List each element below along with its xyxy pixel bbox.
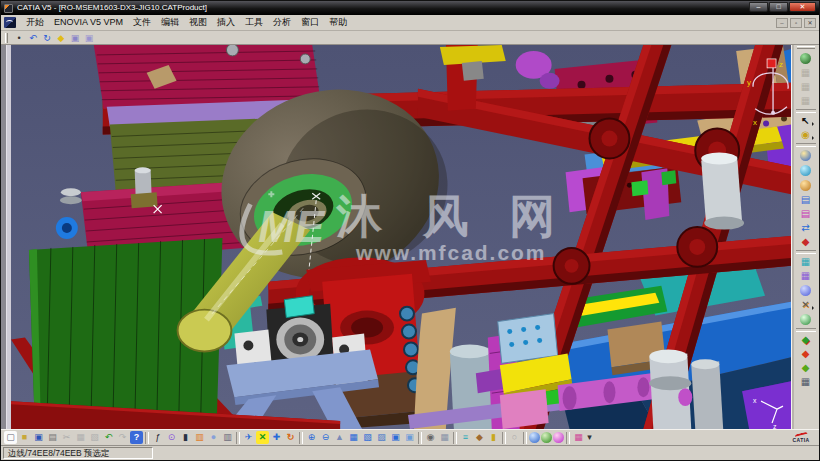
tool-red-icon[interactable]: ◆ bbox=[797, 347, 815, 361]
undo-arrow-icon[interactable]: ↶ bbox=[28, 32, 38, 44]
fit-all-icon[interactable]: ✕ bbox=[256, 431, 269, 444]
look-at-icon[interactable]: ◉ bbox=[797, 128, 815, 142]
measure-item-icon[interactable]: ◆ bbox=[473, 431, 486, 444]
window-title: CATIA V5 - [RO-MSEM1603-DX3-JIG10.CATPro… bbox=[17, 1, 745, 15]
status-bar: 边线/74EE8/74EEB 预选定 bbox=[1, 445, 819, 460]
zoom-out-icon[interactable]: ⊖ bbox=[319, 431, 332, 444]
grid-icon[interactable]: ▦ bbox=[572, 431, 585, 444]
window-dark-icon[interactable]: ▦ bbox=[797, 375, 815, 389]
window-cyan-icon[interactable]: ▦ bbox=[797, 255, 815, 269]
menu-item-文件[interactable]: 文件 bbox=[128, 16, 156, 28]
fly-mode-icon[interactable]: ✈ bbox=[242, 431, 255, 444]
part-red-icon[interactable]: ◆ bbox=[797, 235, 815, 249]
pan-icon[interactable]: ✚ bbox=[270, 431, 283, 444]
axis-z-label: z bbox=[773, 423, 777, 429]
zoom-in-icon[interactable]: ⊕ bbox=[305, 431, 318, 444]
sphere-cyan-icon[interactable]: ● bbox=[800, 165, 811, 176]
menu-item-插入[interactable]: 插入 bbox=[212, 16, 240, 28]
paste-icon[interactable]: ▧ bbox=[88, 431, 101, 444]
doc-close-button[interactable]: ✕ bbox=[804, 18, 816, 28]
render-edges-icon[interactable]: ● bbox=[541, 432, 552, 443]
copy-icon[interactable]: ▦ bbox=[74, 431, 87, 444]
shade-sphere-icon[interactable]: ● bbox=[800, 150, 811, 161]
diamond-icon[interactable]: ◆ bbox=[56, 32, 66, 44]
render-material-icon[interactable]: ● bbox=[553, 432, 564, 443]
help-icon[interactable]: ? bbox=[130, 431, 143, 444]
circle-disabled-icon[interactable]: ○ bbox=[508, 431, 521, 444]
split-view-icon[interactable]: ▥ bbox=[221, 431, 234, 444]
window-disabled-icon-1[interactable]: ▦ bbox=[797, 66, 815, 80]
hide-show-icon[interactable]: ✕ bbox=[797, 298, 815, 312]
window-disabled-icon-2[interactable]: ▦ bbox=[797, 80, 815, 94]
separator bbox=[796, 143, 816, 147]
doc-blue-icon[interactable]: ▤ bbox=[797, 193, 815, 207]
menu-item-ENOVIA V5 VPM[interactable]: ENOVIA V5 VPM bbox=[49, 16, 128, 28]
quick-toolbar: •↶↻◆▣▣ bbox=[1, 31, 819, 45]
sphere-gold-icon[interactable]: ● bbox=[800, 180, 811, 191]
monitor-icon[interactable]: ▮ bbox=[179, 431, 192, 444]
minimize-button[interactable]: – bbox=[749, 2, 768, 12]
tool-green-icon[interactable]: ◆ bbox=[797, 361, 815, 375]
doc-minimize-button[interactable]: – bbox=[776, 18, 788, 28]
film-icon[interactable]: ▦ bbox=[438, 431, 451, 444]
camera-icon[interactable]: ◉ bbox=[424, 431, 437, 444]
multi-view-icon[interactable]: ▦ bbox=[347, 431, 360, 444]
window-disabled-icon-3[interactable]: ▦ bbox=[797, 94, 815, 108]
sphere-pick-icon[interactable]: ● bbox=[800, 314, 811, 325]
bullet-icon[interactable]: • bbox=[14, 32, 24, 44]
screen-icon-2[interactable]: ▣ bbox=[403, 431, 416, 444]
undo-icon[interactable]: ↶ bbox=[102, 431, 115, 444]
normal-view-icon[interactable]: ▲ bbox=[333, 431, 346, 444]
menu-item-窗口[interactable]: 窗口 bbox=[296, 16, 324, 28]
3d-viewport[interactable]: ME 沐 风 网 www.mfcad.com x y z bbox=[11, 45, 791, 429]
menu-item-帮助[interactable]: 帮助 bbox=[324, 16, 352, 28]
viewport[interactable]: ME 沐 风 网 www.mfcad.com x y z bbox=[11, 45, 791, 429]
separator bbox=[796, 328, 816, 332]
maximize-button[interactable]: □ bbox=[769, 2, 788, 12]
compass-x-label: x bbox=[753, 118, 757, 127]
title-bar[interactable]: CATIA V5 - [RO-MSEM1603-DX3-JIG10.CATPro… bbox=[1, 1, 819, 15]
menu-item-工具[interactable]: 工具 bbox=[240, 16, 268, 28]
app-icon bbox=[4, 4, 13, 13]
menu-item-编辑[interactable]: 编辑 bbox=[156, 16, 184, 28]
status-message: 边线/74EE8/74EEB 预选定 bbox=[3, 447, 153, 459]
redo-icon[interactable]: ↷ bbox=[116, 431, 129, 444]
print-icon[interactable]: ▤ bbox=[46, 431, 59, 444]
rotate-icon[interactable]: ↻ bbox=[284, 431, 297, 444]
update-status-icon[interactable]: ● bbox=[800, 53, 811, 64]
doc-restore-button[interactable]: ▫ bbox=[790, 18, 802, 28]
quick-toolbar-icons: •↶↻◆▣▣ bbox=[14, 32, 94, 44]
iso-view-icon[interactable]: ▧ bbox=[361, 431, 374, 444]
open-folder-icon[interactable]: ■ bbox=[18, 431, 31, 444]
close-button[interactable]: ✕ bbox=[789, 2, 816, 12]
stamp-icon-1[interactable]: ▣ bbox=[70, 32, 80, 44]
new-document-icon[interactable]: ▢ bbox=[4, 431, 17, 444]
menu-item-分析[interactable]: 分析 bbox=[268, 16, 296, 28]
sphere-cursor-icon[interactable]: ● bbox=[800, 285, 811, 296]
stamp-icon-2[interactable]: ▣ bbox=[84, 32, 94, 44]
cut-icon[interactable]: ✂ bbox=[60, 431, 73, 444]
doc-magenta-icon[interactable]: ▤ bbox=[797, 207, 815, 221]
save-icon[interactable]: ▣ bbox=[32, 431, 45, 444]
toolbar-drag-handle[interactable] bbox=[5, 33, 8, 43]
swap-arrows-icon[interactable]: ⇄ bbox=[797, 221, 815, 235]
separator bbox=[453, 432, 457, 444]
select-arrow-icon[interactable]: ↖ bbox=[797, 114, 815, 128]
separator bbox=[796, 109, 816, 113]
screen-icon-1[interactable]: ▣ bbox=[389, 431, 402, 444]
toolbar-drag-handle[interactable] bbox=[797, 46, 815, 49]
menu-item-视图[interactable]: 视图 bbox=[184, 16, 212, 28]
loop-arrow-icon[interactable]: ↻ bbox=[42, 32, 52, 44]
cube-view-icon[interactable]: ▨ bbox=[375, 431, 388, 444]
tool-red-green-icon[interactable]: ◆ bbox=[797, 333, 815, 347]
menu-item-开始[interactable]: 开始 bbox=[21, 16, 49, 28]
sphere-icon[interactable]: ● bbox=[207, 431, 220, 444]
formula-icon[interactable]: ƒ bbox=[151, 431, 164, 444]
window-violet-icon[interactable]: ▦ bbox=[797, 269, 815, 283]
annotate-icon[interactable]: ▮ bbox=[487, 431, 500, 444]
render-shaded-icon[interactable]: ● bbox=[529, 432, 540, 443]
measure-icon[interactable]: ≡ bbox=[459, 431, 472, 444]
search-bubble-icon[interactable]: ⊙ bbox=[165, 431, 178, 444]
chart-icon[interactable]: ▥ bbox=[193, 431, 206, 444]
grid-dropdown-icon[interactable]: ▾ bbox=[586, 431, 593, 444]
